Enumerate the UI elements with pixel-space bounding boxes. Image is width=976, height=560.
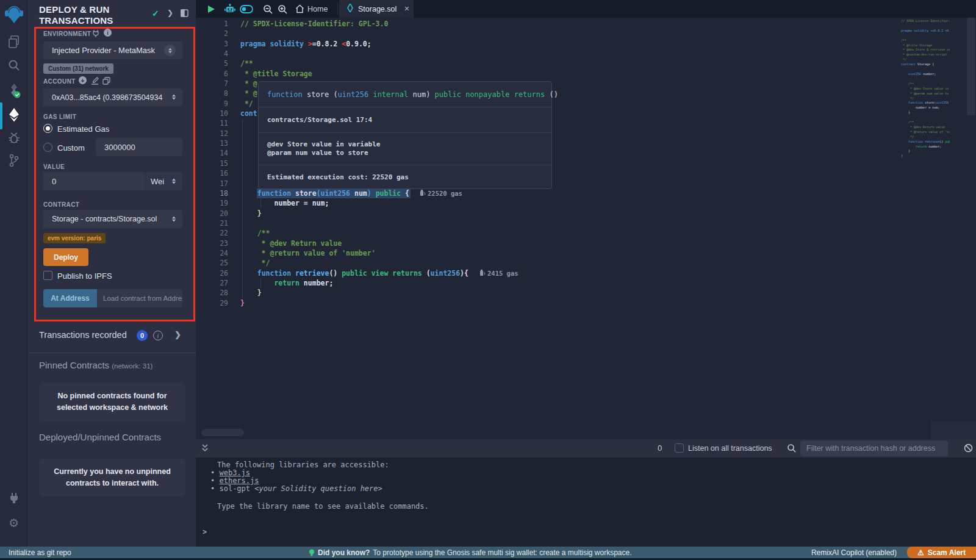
line-number: 7 bbox=[196, 79, 228, 88]
line-number: 27 bbox=[196, 278, 228, 288]
account-select-arrows[interactable] bbox=[172, 95, 176, 100]
ethers-link[interactable]: ethers.js bbox=[219, 476, 259, 485]
code-line[interactable]: return number; bbox=[240, 278, 333, 288]
environment-label: ENVIRONMENT bbox=[43, 31, 91, 37]
compile-check-icon: ✓ bbox=[152, 9, 159, 18]
code-line[interactable]: */ bbox=[240, 99, 253, 109]
solidity-compiler-icon[interactable] bbox=[0, 83, 27, 99]
panel-chevron-icon[interactable]: ❯ bbox=[167, 9, 173, 17]
debugger-icon[interactable] bbox=[0, 132, 27, 144]
file-explorer-icon[interactable] bbox=[0, 35, 27, 49]
line-number: 24 bbox=[196, 248, 228, 258]
line-number: 22 bbox=[196, 228, 228, 238]
code-line[interactable]: number = num; bbox=[240, 198, 329, 208]
code-line[interactable]: } bbox=[240, 288, 262, 298]
copilot-toggle-icon[interactable] bbox=[240, 0, 253, 18]
line-number: 29 bbox=[196, 298, 228, 308]
git-icon[interactable] bbox=[0, 154, 27, 167]
publish-ipfs-label: Publish to IPFS bbox=[57, 271, 112, 281]
at-address-button[interactable]: At Address bbox=[43, 289, 97, 307]
code-line[interactable]: // SPDX-License-Identifier: GPL-3.0 bbox=[240, 19, 388, 29]
code-line[interactable]: pragma solidity >=0.8.2 <0.9.0; bbox=[240, 39, 371, 49]
custom-gas-radio[interactable] bbox=[43, 143, 52, 152]
estimated-gas-radio[interactable] bbox=[43, 124, 52, 133]
sign-message-icon[interactable] bbox=[91, 76, 99, 87]
settings-gear-icon[interactable]: ⚙ bbox=[0, 516, 27, 529]
value-unit-select[interactable]: Wei bbox=[145, 172, 182, 190]
code-line[interactable]: cont bbox=[240, 109, 257, 118]
zoom-in-icon[interactable] bbox=[278, 0, 287, 18]
value-unit-arrows[interactable] bbox=[172, 179, 176, 184]
scam-alert-button[interactable]: ⚠ Scam Alert bbox=[907, 547, 976, 558]
home-tab-icon[interactable] bbox=[295, 0, 304, 18]
tooltip-doc: @dev Store value in variable @param num … bbox=[259, 133, 551, 165]
line-number: 16 bbox=[196, 168, 228, 178]
network-badge: Custom (31) network bbox=[43, 63, 113, 74]
contract-select-arrows[interactable] bbox=[172, 217, 176, 222]
filter-input[interactable]: Filter with transaction hash or address bbox=[800, 440, 948, 456]
line-number: 19 bbox=[196, 198, 228, 208]
code-line[interactable]: function retrieve() public view returns … bbox=[240, 268, 468, 278]
minimap[interactable]: // SPDX-License-Identifier: GPL-3.0 prag… bbox=[901, 19, 950, 165]
clear-console-icon[interactable] bbox=[964, 443, 973, 455]
copilot-status[interactable]: RemixAI Copilot (enabled) bbox=[811, 548, 897, 557]
custom-gas-input[interactable]: 3000000 bbox=[96, 138, 182, 156]
line-number: 21 bbox=[196, 218, 228, 228]
code-editor[interactable]: 1234567891011121314151617181920212223242… bbox=[196, 18, 976, 439]
code-line[interactable]: * @return value of 'number' bbox=[240, 248, 376, 258]
web3-link[interactable]: web3.js bbox=[219, 468, 250, 477]
environment-info-icon[interactable]: i bbox=[104, 29, 112, 37]
run-script-icon[interactable] bbox=[207, 0, 215, 18]
contract-select[interactable]: Storage - contracts/Storage.sol bbox=[43, 210, 182, 228]
terminal[interactable]: The following libraries are accessible: … bbox=[196, 458, 976, 547]
zoom-out-icon[interactable] bbox=[263, 0, 273, 18]
code-line[interactable]: */ bbox=[240, 258, 270, 268]
git-init-status[interactable]: Initialize as git repo bbox=[9, 548, 71, 557]
close-tab-icon[interactable]: ✕ bbox=[404, 5, 409, 13]
transactions-info-icon[interactable]: i bbox=[153, 331, 163, 340]
tooltip-cost: Estimated execution cost: 22520 gas bbox=[259, 165, 551, 188]
ai-copilot-icon[interactable] bbox=[224, 0, 235, 18]
add-account-icon[interactable]: + bbox=[79, 76, 87, 84]
code-line[interactable]: /** bbox=[240, 59, 253, 68]
deploy-run-icon[interactable] bbox=[0, 107, 27, 122]
terminal-search-icon[interactable] bbox=[787, 443, 796, 455]
at-address-input[interactable]: Load contract from Addres bbox=[97, 289, 182, 307]
search-icon[interactable] bbox=[0, 59, 27, 71]
account-select[interactable]: 0xA03...85ac4 (0.398673504934 bbox=[43, 88, 182, 106]
editor-tabbar: Home Storage.sol ✕ bbox=[196, 0, 976, 18]
transactions-expand-icon[interactable]: ❯ bbox=[174, 330, 181, 339]
code-line[interactable]: * @title Storage bbox=[240, 69, 312, 79]
home-tab[interactable]: Home bbox=[307, 0, 328, 18]
pinned-network-label: (network: 31) bbox=[112, 362, 152, 370]
line-number: 28 bbox=[196, 288, 228, 298]
remix-logo-icon[interactable] bbox=[0, 4, 27, 24]
terminal-count: 0 bbox=[658, 443, 662, 453]
vertical-scrollbar[interactable] bbox=[967, 18, 975, 115]
pin-panel-icon[interactable] bbox=[181, 9, 188, 20]
code-line[interactable]: } bbox=[240, 298, 245, 308]
copy-account-icon[interactable] bbox=[102, 76, 110, 87]
listen-checkbox[interactable] bbox=[675, 443, 684, 453]
value-input[interactable]: 0 bbox=[43, 172, 145, 190]
tooltip-path: contracts/Storage.sol 17:4 bbox=[259, 107, 551, 133]
code-line[interactable]: } bbox=[240, 209, 262, 218]
plugin-manager-icon[interactable] bbox=[0, 492, 27, 504]
deploy-button[interactable]: Deploy bbox=[43, 248, 88, 266]
code-line[interactable]: * @ bbox=[240, 88, 257, 98]
status-bar: Initialize as git repo Did you know? To … bbox=[0, 547, 976, 560]
environment-select-arrows[interactable] bbox=[164, 45, 176, 56]
expand-terminal-icon[interactable] bbox=[201, 444, 209, 455]
storage-tab[interactable]: Storage.sol ✕ bbox=[339, 0, 414, 18]
publish-ipfs-checkbox[interactable] bbox=[43, 271, 52, 280]
horizontal-scrollbar[interactable] bbox=[201, 429, 244, 436]
environment-select[interactable]: Injected Provider - MetaMask bbox=[43, 41, 182, 59]
plug-icon[interactable] bbox=[92, 29, 99, 40]
code-line[interactable]: * @ bbox=[240, 79, 257, 88]
code-line[interactable]: /** bbox=[240, 228, 270, 238]
storage-tab-label: Storage.sol bbox=[358, 5, 396, 13]
code-line[interactable]: function store(uint256 num) public { bbox=[240, 188, 409, 198]
code-line[interactable]: * @dev Return value bbox=[240, 239, 342, 248]
panel-divider bbox=[28, 353, 196, 353]
line-number: 9 bbox=[196, 99, 228, 109]
